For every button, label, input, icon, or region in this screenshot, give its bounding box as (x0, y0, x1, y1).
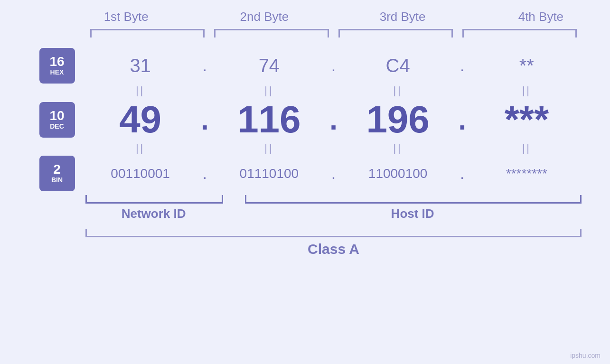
top-bracket-2 (214, 29, 328, 37)
bin-base-label: 2 BIN (28, 156, 85, 191)
dec-row: 10 DEC 49 . 116 . 196 . *** (28, 98, 582, 141)
bin-base-num: 2 (53, 163, 61, 176)
hex-base-num: 16 (49, 55, 64, 68)
dec-bytes: 49 . 116 . 196 . *** (85, 98, 582, 141)
eq-2-b3: || (343, 142, 453, 155)
dot-bin-2: . (324, 164, 343, 183)
dot-hex-3: . (453, 56, 472, 75)
bottom-bracket-row (85, 195, 582, 204)
bin-row: 2 BIN 00110001 . 01110100 . 11000100 . *… (28, 156, 582, 191)
byte-header-1: 1st Byte (57, 9, 195, 24)
hex-row: 16 HEX 31 . 74 . C4 . ** (28, 48, 582, 84)
dec-byte-2: 116 (214, 98, 324, 141)
dec-byte-4: *** (472, 98, 582, 141)
class-label: Class A (85, 241, 582, 257)
bin-val-2: 01110100 (240, 166, 299, 181)
bin-byte-4: ******** (472, 166, 582, 181)
host-bracket (245, 195, 582, 204)
eq-1-b2: || (214, 84, 324, 97)
host-id-label: Host ID (244, 206, 582, 221)
hex-val-4: ** (519, 55, 534, 76)
main-container: 1st Byte 2nd Byte 3rd Byte 4th Byte 16 H… (0, 0, 610, 364)
eq-1-b3: || (343, 84, 453, 97)
hex-byte-3: C4 (343, 55, 453, 76)
hex-base-label: 16 HEX (28, 48, 85, 84)
network-bracket (85, 195, 223, 204)
eq-2-b2: || (214, 142, 324, 155)
dot-dec-3: . (453, 103, 472, 136)
dec-val-3: 196 (366, 98, 429, 140)
top-bracket-1 (90, 29, 205, 37)
byte-headers: 1st Byte 2nd Byte 3rd Byte 4th Byte (57, 9, 610, 24)
eq-2-b4: || (472, 142, 582, 155)
top-brackets (85, 29, 582, 38)
eq-1-b1: || (85, 84, 195, 97)
dot-hex-2: . (324, 56, 343, 75)
bin-val-4: ******** (506, 166, 547, 181)
top-bracket-3 (338, 29, 453, 37)
hex-val-3: C4 (386, 55, 410, 76)
dec-base-text: DEC (50, 122, 64, 131)
top-bracket-4 (462, 29, 577, 37)
hex-byte-1: 31 (85, 55, 195, 76)
bin-byte-1: 00110001 (85, 166, 195, 181)
dec-byte-1: 49 (85, 98, 195, 141)
bin-base-text: BIN (51, 176, 63, 184)
hex-badge: 16 HEX (39, 48, 75, 84)
dec-val-1: 49 (119, 98, 161, 140)
bin-byte-3: 11000100 (343, 166, 453, 181)
byte-header-3: 3rd Byte (334, 9, 472, 24)
equals-row-1: || || || || (28, 84, 582, 98)
byte-header-4: 4th Byte (472, 9, 610, 24)
bin-val-1: 00110001 (111, 166, 170, 181)
bin-bytes: 00110001 . 01110100 . 11000100 . *******… (85, 164, 582, 183)
bottom-area: Network ID Host ID Class A (28, 195, 582, 257)
watermark: ipshu.com (570, 352, 601, 359)
bracket-gap (223, 195, 245, 204)
dot-dec-2: . (324, 103, 343, 136)
class-bracket (85, 229, 582, 237)
dot-bin-3: . (453, 164, 472, 183)
dot-bin-1: . (195, 164, 214, 183)
dot-hex-1: . (195, 56, 214, 75)
equals-row-2: || || || || (28, 141, 582, 156)
bottom-labels-row: Network ID Host ID (85, 206, 582, 221)
dot-dec-1: . (195, 103, 214, 136)
bin-val-3: 11000100 (368, 166, 428, 181)
bin-badge: 2 BIN (39, 156, 75, 191)
dec-base-num: 10 (49, 109, 64, 122)
byte-header-2: 2nd Byte (195, 9, 333, 24)
eq-1-b4: || (472, 84, 582, 97)
hex-bytes: 31 . 74 . C4 . ** (85, 55, 582, 76)
bin-byte-2: 01110100 (214, 166, 324, 181)
dec-base-label: 10 DEC (28, 102, 85, 138)
hex-val-1: 31 (130, 55, 151, 76)
dec-val-2: 116 (237, 98, 300, 140)
network-id-label: Network ID (85, 206, 222, 221)
hex-val-2: 74 (259, 55, 280, 76)
dec-val-4: *** (505, 98, 549, 140)
dec-byte-3: 196 (343, 98, 453, 141)
dec-badge: 10 DEC (39, 102, 75, 138)
hex-byte-4: ** (472, 55, 582, 76)
hex-base-text: HEX (50, 68, 64, 76)
labels-gap (222, 206, 244, 221)
eq-2-b1: || (85, 142, 195, 155)
hex-byte-2: 74 (214, 55, 324, 76)
